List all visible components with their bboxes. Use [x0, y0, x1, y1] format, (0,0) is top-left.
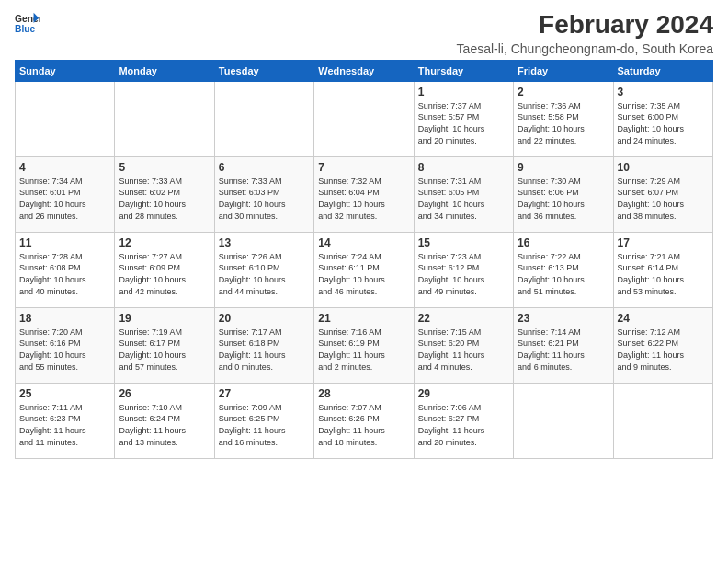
week-row-1: 4Sunrise: 7:34 AM Sunset: 6:01 PM Daylig…: [16, 156, 713, 232]
cell-content: Sunrise: 7:14 AM Sunset: 6:21 PM Dayligh…: [518, 327, 609, 373]
calendar-cell: 23Sunrise: 7:14 AM Sunset: 6:21 PM Dayli…: [514, 307, 613, 383]
calendar-cell: 16Sunrise: 7:22 AM Sunset: 6:13 PM Dayli…: [514, 232, 613, 307]
calendar-cell: 13Sunrise: 7:26 AM Sunset: 6:10 PM Dayli…: [214, 232, 313, 307]
calendar-cell: 29Sunrise: 7:06 AM Sunset: 6:27 PM Dayli…: [414, 383, 513, 458]
calendar-cell: 3Sunrise: 7:35 AM Sunset: 6:00 PM Daylig…: [613, 81, 712, 156]
week-row-0: 1Sunrise: 7:37 AM Sunset: 5:57 PM Daylig…: [16, 81, 713, 156]
cell-content: Sunrise: 7:12 AM Sunset: 6:22 PM Dayligh…: [618, 327, 709, 373]
day-number: 20: [219, 312, 310, 325]
calendar-cell: 21Sunrise: 7:16 AM Sunset: 6:19 PM Dayli…: [314, 307, 414, 383]
week-row-3: 18Sunrise: 7:20 AM Sunset: 6:16 PM Dayli…: [16, 307, 713, 383]
cell-content: Sunrise: 7:21 AM Sunset: 6:14 PM Dayligh…: [618, 251, 709, 297]
cell-content: Sunrise: 7:07 AM Sunset: 6:26 PM Dayligh…: [318, 402, 409, 448]
day-header-thursday: Thursday: [414, 60, 513, 81]
day-number: 1: [418, 86, 509, 98]
cell-content: Sunrise: 7:30 AM Sunset: 6:06 PM Dayligh…: [518, 176, 609, 222]
calendar-cell: 6Sunrise: 7:33 AM Sunset: 6:03 PM Daylig…: [214, 156, 313, 232]
day-header-saturday: Saturday: [613, 60, 712, 81]
cell-content: Sunrise: 7:09 AM Sunset: 6:25 PM Dayligh…: [219, 402, 310, 448]
cell-content: Sunrise: 7:24 AM Sunset: 6:11 PM Dayligh…: [318, 251, 409, 297]
cell-content: Sunrise: 7:36 AM Sunset: 5:58 PM Dayligh…: [518, 100, 609, 146]
day-number: 29: [418, 387, 509, 400]
calendar-cell: 5Sunrise: 7:33 AM Sunset: 6:02 PM Daylig…: [115, 156, 214, 232]
cell-content: Sunrise: 7:33 AM Sunset: 6:03 PM Dayligh…: [219, 176, 310, 222]
calendar-cell: 20Sunrise: 7:17 AM Sunset: 6:18 PM Dayli…: [214, 307, 313, 383]
calendar-cell: 15Sunrise: 7:23 AM Sunset: 6:12 PM Dayli…: [414, 232, 513, 307]
calendar-cell: [514, 383, 613, 458]
day-number: 25: [19, 387, 110, 400]
calendar-cell: [314, 81, 414, 156]
page: General Blue February 2024 Taesal-li, Ch…: [0, 0, 728, 466]
day-number: 17: [618, 236, 709, 249]
day-number: 28: [318, 387, 409, 400]
day-number: 12: [119, 236, 210, 249]
calendar-cell: 27Sunrise: 7:09 AM Sunset: 6:25 PM Dayli…: [214, 383, 313, 458]
calendar-cell: 7Sunrise: 7:32 AM Sunset: 6:04 PM Daylig…: [314, 156, 414, 232]
day-header-monday: Monday: [115, 60, 214, 81]
logo-icon: General Blue: [15, 11, 40, 37]
calendar-cell: 4Sunrise: 7:34 AM Sunset: 6:01 PM Daylig…: [16, 156, 115, 232]
cell-content: Sunrise: 7:26 AM Sunset: 6:10 PM Dayligh…: [219, 251, 310, 297]
cell-content: Sunrise: 7:29 AM Sunset: 6:07 PM Dayligh…: [618, 176, 709, 222]
day-number: 16: [518, 236, 609, 249]
cell-content: Sunrise: 7:35 AM Sunset: 6:00 PM Dayligh…: [618, 100, 709, 146]
calendar-cell: [115, 81, 214, 156]
header-row: SundayMondayTuesdayWednesdayThursdayFrid…: [16, 60, 713, 81]
calendar-cell: 24Sunrise: 7:12 AM Sunset: 6:22 PM Dayli…: [613, 307, 712, 383]
calendar-cell: [16, 81, 115, 156]
cell-content: Sunrise: 7:06 AM Sunset: 6:27 PM Dayligh…: [418, 402, 509, 448]
calendar-cell: [613, 383, 712, 458]
cell-content: Sunrise: 7:33 AM Sunset: 6:02 PM Dayligh…: [119, 176, 210, 222]
calendar-cell: 12Sunrise: 7:27 AM Sunset: 6:09 PM Dayli…: [115, 232, 214, 307]
calendar-cell: 18Sunrise: 7:20 AM Sunset: 6:16 PM Dayli…: [16, 307, 115, 383]
calendar-cell: 11Sunrise: 7:28 AM Sunset: 6:08 PM Dayli…: [16, 232, 115, 307]
day-number: 18: [19, 312, 110, 325]
main-title: February 2024: [457, 11, 713, 40]
day-number: 8: [418, 161, 509, 174]
calendar-cell: 26Sunrise: 7:10 AM Sunset: 6:24 PM Dayli…: [115, 383, 214, 458]
calendar-cell: 22Sunrise: 7:15 AM Sunset: 6:20 PM Dayli…: [414, 307, 513, 383]
cell-content: Sunrise: 7:10 AM Sunset: 6:24 PM Dayligh…: [119, 402, 210, 448]
day-header-tuesday: Tuesday: [214, 60, 313, 81]
subtitle: Taesal-li, Chungcheongnam-do, South Kore…: [457, 41, 713, 56]
day-number: 2: [518, 86, 609, 98]
cell-content: Sunrise: 7:32 AM Sunset: 6:04 PM Dayligh…: [318, 176, 409, 222]
calendar-cell: 14Sunrise: 7:24 AM Sunset: 6:11 PM Dayli…: [314, 232, 414, 307]
day-header-sunday: Sunday: [16, 60, 115, 81]
week-row-4: 25Sunrise: 7:11 AM Sunset: 6:23 PM Dayli…: [16, 383, 713, 458]
day-number: 13: [219, 236, 310, 249]
header: General Blue February 2024 Taesal-li, Ch…: [15, 11, 713, 56]
calendar-table: SundayMondayTuesdayWednesdayThursdayFrid…: [15, 60, 713, 459]
logo: General Blue: [15, 11, 40, 37]
day-number: 26: [119, 387, 210, 400]
cell-content: Sunrise: 7:19 AM Sunset: 6:17 PM Dayligh…: [119, 327, 210, 373]
cell-content: Sunrise: 7:37 AM Sunset: 5:57 PM Dayligh…: [418, 100, 509, 146]
day-number: 7: [318, 161, 409, 174]
day-number: 5: [119, 161, 210, 174]
week-row-2: 11Sunrise: 7:28 AM Sunset: 6:08 PM Dayli…: [16, 232, 713, 307]
day-number: 9: [518, 161, 609, 174]
day-number: 11: [19, 236, 110, 249]
day-number: 23: [518, 312, 609, 325]
calendar-cell: 9Sunrise: 7:30 AM Sunset: 6:06 PM Daylig…: [514, 156, 613, 232]
day-number: 15: [418, 236, 509, 249]
day-number: 19: [119, 312, 210, 325]
day-number: 10: [618, 161, 709, 174]
title-area: February 2024 Taesal-li, Chungcheongnam-…: [457, 11, 713, 56]
cell-content: Sunrise: 7:17 AM Sunset: 6:18 PM Dayligh…: [219, 327, 310, 373]
calendar-cell: 10Sunrise: 7:29 AM Sunset: 6:07 PM Dayli…: [613, 156, 712, 232]
day-header-wednesday: Wednesday: [314, 60, 414, 81]
cell-content: Sunrise: 7:20 AM Sunset: 6:16 PM Dayligh…: [19, 327, 110, 373]
cell-content: Sunrise: 7:11 AM Sunset: 6:23 PM Dayligh…: [19, 402, 110, 448]
cell-content: Sunrise: 7:31 AM Sunset: 6:05 PM Dayligh…: [418, 176, 509, 222]
cell-content: Sunrise: 7:16 AM Sunset: 6:19 PM Dayligh…: [318, 327, 409, 373]
calendar-cell: 19Sunrise: 7:19 AM Sunset: 6:17 PM Dayli…: [115, 307, 214, 383]
cell-content: Sunrise: 7:27 AM Sunset: 6:09 PM Dayligh…: [119, 251, 210, 297]
day-number: 4: [19, 161, 110, 174]
cell-content: Sunrise: 7:28 AM Sunset: 6:08 PM Dayligh…: [19, 251, 110, 297]
cell-content: Sunrise: 7:22 AM Sunset: 6:13 PM Dayligh…: [518, 251, 609, 297]
cell-content: Sunrise: 7:15 AM Sunset: 6:20 PM Dayligh…: [418, 327, 509, 373]
day-number: 14: [318, 236, 409, 249]
day-number: 3: [618, 86, 709, 98]
day-header-friday: Friday: [514, 60, 613, 81]
